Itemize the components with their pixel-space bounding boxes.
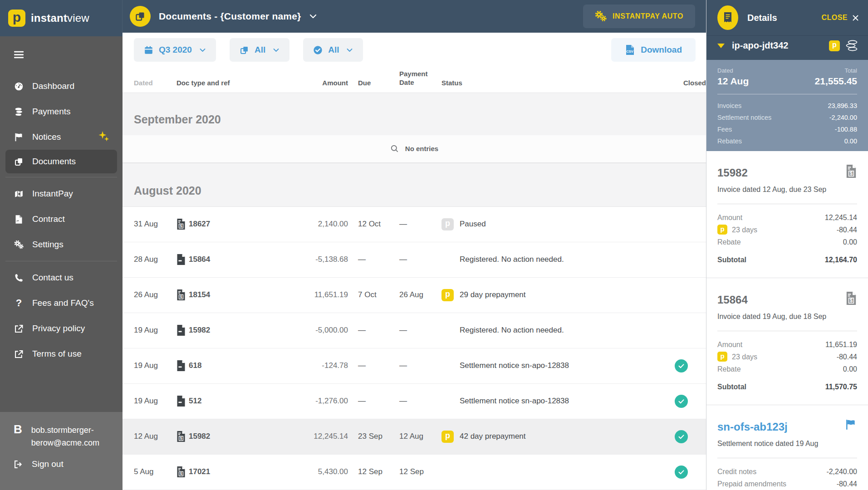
period-filter[interactable]: Q3 2020	[134, 38, 216, 62]
card-line: Amount11,651.19	[717, 338, 857, 351]
settlement-doc-icon	[177, 325, 189, 336]
no-entries-row: No entries	[123, 135, 706, 162]
table-row[interactable]: 19 Aug 512 -1,276.00 — — Settlement noti…	[123, 384, 706, 419]
column-payment-date[interactable]: Payment Date	[399, 69, 441, 87]
doc-type-filter[interactable]: All	[230, 38, 289, 62]
contract-icon	[14, 215, 24, 224]
invoice-ref[interactable]: 15864	[717, 294, 857, 306]
settlement-doc-icon	[177, 360, 189, 371]
coins-icon	[845, 40, 858, 52]
sidebar-item-documents[interactable]: Documents	[5, 150, 117, 173]
page-header: Documents - {Customer name} INSTANTPAY A…	[123, 0, 706, 33]
sidebar-item-dashboard[interactable]: Dashboard	[0, 74, 123, 99]
table-row-partial[interactable]: 5 Aug 17021 5,430.00 12 Sep 12 Sep	[123, 455, 706, 490]
card-subtotal: Subtotal12,164.70	[717, 254, 857, 266]
download-button[interactable]: Download	[611, 38, 696, 62]
main-content: Documents - {Customer name} INSTANTPAY A…	[123, 0, 706, 490]
details-header: Details CLOSE	[706, 0, 868, 35]
documents-page-icon	[130, 6, 151, 27]
table-row-selected[interactable]: 12 Aug 15982 12,245.14 23 Sep 12 Aug p42…	[123, 419, 706, 455]
avatar: B	[14, 424, 22, 435]
closed-check-icon	[675, 395, 688, 408]
settlement-ref-link[interactable]: sn-ofs-ab123j	[717, 421, 857, 433]
column-due[interactable]: Due	[358, 79, 399, 87]
card-line: Rebate0.00	[717, 236, 857, 248]
sidebar-item-privacy-policy[interactable]: Privacy policy	[0, 316, 123, 341]
column-status[interactable]: Status	[441, 79, 675, 87]
divider	[717, 458, 857, 458]
closed-check-icon	[675, 430, 688, 443]
batch-row[interactable]: ip-apo-jdt342 p	[706, 35, 868, 60]
summary-line: Rebates0.00	[717, 135, 857, 147]
details-panel: Details CLOSE ip-apo-jdt342 p Dated Tota…	[706, 0, 868, 490]
triangle-down-icon	[717, 44, 725, 48]
app-logo: p instantview	[0, 0, 123, 36]
gears-icon	[595, 11, 607, 22]
divider	[717, 331, 857, 331]
sparkles-icon	[98, 131, 110, 142]
sidebar-item-fees-faq[interactable]: ? Fees and FAQ's	[0, 290, 123, 316]
table-row[interactable]: 19 Aug 618 -124.78 — — Settlement notice…	[123, 348, 706, 384]
close-button[interactable]: CLOSE	[821, 14, 859, 22]
invoice-ref[interactable]: 15982	[717, 167, 857, 179]
sidebar-item-contact-us[interactable]: Contact us	[0, 265, 123, 290]
sidebar: p instantview Dashboard Payments Notices…	[0, 0, 123, 490]
card-line: Credit notes-2,240.00	[717, 466, 857, 478]
summary-line: Fees-100.88	[717, 123, 857, 135]
section-august-2020: August 2020	[123, 163, 706, 207]
brand-name: instantview	[31, 12, 89, 24]
divider	[717, 94, 857, 94]
batch-total: 21,555.45	[815, 76, 857, 87]
search-icon	[390, 144, 399, 153]
dashboard-icon	[14, 82, 24, 91]
status-filter[interactable]: All	[303, 38, 363, 62]
chevron-down-icon	[346, 47, 353, 54]
phone-icon	[14, 273, 24, 283]
table-row[interactable]: 31 Aug 18627 2,140.00 12 Oct — pPaused	[123, 207, 706, 242]
close-icon	[852, 15, 859, 21]
map-icon	[14, 189, 24, 199]
details-title: Details	[747, 13, 777, 23]
sidebar-item-terms-of-use[interactable]: Terms of use	[0, 341, 123, 367]
sidebar-item-payments[interactable]: Payments	[0, 99, 123, 124]
table-row[interactable]: 19 Aug 15982 -5,000.00 — — Registered. N…	[123, 313, 706, 348]
summary-line: Settlement notices-2,240.00	[717, 112, 857, 123]
sidebar-item-settings[interactable]: Settings	[0, 232, 123, 257]
invoice-doc-icon	[177, 431, 189, 442]
invoice-card: 15982 Invoice dated 12 Aug, due 23 Sep A…	[706, 151, 868, 266]
sidebar-item-instantpay[interactable]: InstantPay	[0, 181, 123, 206]
sidebar-item-contract[interactable]: Contract	[0, 206, 123, 232]
column-amount[interactable]: Amount	[306, 79, 358, 87]
document-rows: 31 Aug 18627 2,140.00 12 Oct — pPaused 2…	[123, 207, 706, 490]
chevron-down-icon[interactable]	[309, 12, 317, 20]
invoice-subtitle: Invoice dated 19 Aug, due 18 Sep	[717, 313, 857, 321]
divider	[5, 261, 117, 261]
table-row[interactable]: 28 Aug 15864 -5,138.68 — — Registered. N…	[123, 242, 706, 278]
column-dated[interactable]: Dated	[134, 79, 177, 87]
column-doc-type[interactable]: Doc type and ref	[177, 79, 306, 87]
user-account: B bob.stormberger-berow@acme.com	[14, 424, 123, 449]
card-subtotal: Subtotal11,570.75	[717, 381, 857, 393]
sidebar-item-notices[interactable]: Notices	[0, 124, 123, 150]
closed-check-icon	[675, 359, 688, 372]
sidebar-nav: Dashboard Payments Notices Documents Ins…	[0, 36, 123, 412]
settlement-doc-icon	[177, 396, 189, 407]
card-line: Prepaid amendments-80.44	[717, 478, 857, 490]
invoice-doc-icon	[177, 289, 189, 300]
instantpay-auto-button[interactable]: INSTANTPAY AUTO	[583, 5, 695, 28]
column-closed[interactable]: Closed	[675, 79, 706, 87]
check-circle-icon	[313, 45, 323, 55]
invoice-doc-icon	[846, 292, 857, 305]
sign-out-button[interactable]: Sign out	[14, 459, 123, 469]
table-row[interactable]: 26 Aug 18154 11,651.19 7 Oct 26 Aug p29 …	[123, 278, 706, 313]
invoice-card: 15864 Invoice dated 19 Aug, due 18 Sep A…	[706, 278, 868, 393]
card-line: p23 days-80.44	[717, 351, 857, 363]
instantpay-badge-icon: p	[717, 225, 727, 235]
documents-icon	[240, 45, 249, 55]
external-link-icon	[14, 349, 24, 359]
card-line: p23 days-80.44	[717, 224, 857, 236]
table-header: Dated Doc type and ref Amount Due Paymen…	[123, 67, 706, 92]
menu-toggle-icon[interactable]	[0, 46, 123, 65]
sidebar-user-section: B bob.stormberger-berow@acme.com Sign ou…	[0, 412, 123, 490]
card-line: Amount12,245.14	[717, 211, 857, 224]
